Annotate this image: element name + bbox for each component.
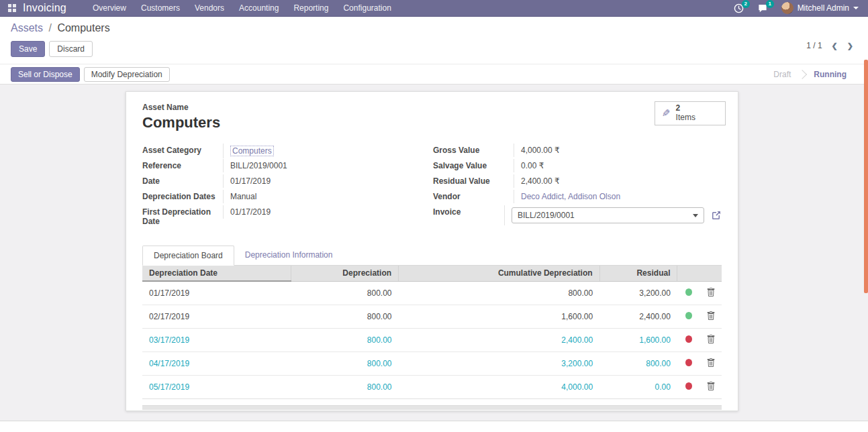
posted-status-dot[interactable]: [685, 288, 692, 296]
breadcrumb: Assets / Computers: [11, 22, 857, 34]
table-footer-bar: [142, 405, 722, 410]
select-caret-icon: [693, 214, 698, 217]
salvage-value-label: Salvage Value: [433, 159, 514, 172]
invoice-select[interactable]: BILL/2019/0001: [512, 207, 704, 223]
col-header-depreciation[interactable]: Depreciation: [291, 266, 399, 281]
external-link-icon[interactable]: [711, 210, 722, 221]
left-field-group: Asset Category Computers Reference BILL/…: [142, 144, 393, 228]
table-row[interactable]: 03/17/2019 800.00 2,400.00 1,600.00: [142, 328, 722, 352]
gross-value-field[interactable]: 4,000.00 ₹: [514, 144, 722, 157]
app-brand[interactable]: Invoicing: [23, 2, 66, 14]
messages-badge: 1: [766, 0, 774, 8]
trash-icon[interactable]: [707, 311, 715, 320]
status-steps: Draft Running: [764, 64, 868, 84]
vendor-label: Vendor: [433, 190, 514, 203]
items-stat-button[interactable]: ✎ 2 Items: [655, 101, 726, 125]
user-name: Mitchell Admin: [798, 3, 849, 13]
invoice-label: Invoice: [433, 205, 504, 219]
salvage-value-field[interactable]: 0.00 ₹: [514, 159, 722, 172]
date-label: Date: [142, 174, 223, 188]
tab-depreciation-board[interactable]: Depreciation Board: [142, 246, 234, 266]
asset-category-label: Asset Category: [142, 144, 223, 157]
col-header-depreciation-date[interactable]: Depreciation Date: [142, 266, 291, 281]
depreciation-dates-label: Depreciation Dates: [142, 190, 223, 203]
pager-previous-icon[interactable]: ❮: [832, 42, 838, 50]
nav-menus: Overview Customers Vendors Accounting Re…: [85, 0, 399, 16]
nav-item-accounting[interactable]: Accounting: [232, 0, 286, 16]
nav-item-customers[interactable]: Customers: [134, 0, 187, 16]
scrollbar-thumb[interactable]: [864, 60, 868, 293]
date-field[interactable]: 01/17/2019: [223, 174, 393, 188]
pager: 1 / 1 ❮ ❯: [806, 41, 853, 50]
save-button[interactable]: Save: [11, 41, 45, 57]
vendor-field[interactable]: Deco Addict, Addison Olson: [521, 192, 620, 201]
sell-or-dispose-button[interactable]: Sell or Dispose: [11, 67, 80, 82]
status-running[interactable]: Running: [804, 64, 856, 84]
reference-field[interactable]: BILL/2019/0001: [223, 159, 393, 172]
pager-next-icon[interactable]: ❯: [847, 42, 853, 50]
tab-depreciation-information[interactable]: Depreciation Information: [234, 246, 344, 265]
top-navbar: Invoicing Overview Customers Vendors Acc…: [0, 0, 868, 17]
activity-menu[interactable]: 2: [734, 3, 744, 13]
table-row[interactable]: 01/17/2019 800.00 800.00 3,200.00: [142, 281, 722, 305]
user-menu[interactable]: Mitchell Admin: [781, 2, 859, 14]
avatar: [781, 2, 793, 14]
first-depreciation-date-label: First Depreciation Date: [142, 205, 223, 228]
nav-item-vendors[interactable]: Vendors: [187, 0, 232, 16]
residual-value-field[interactable]: 2,400.00 ₹: [514, 174, 722, 188]
depreciation-board-table: Depreciation Date Depreciation Cumulativ…: [142, 266, 722, 398]
reference-label: Reference: [142, 159, 223, 172]
items-label: Items: [676, 113, 695, 122]
apps-menu-icon[interactable]: [8, 4, 16, 12]
breadcrumb-current: Computers: [57, 22, 109, 34]
notebook-tabs: Depreciation Board Depreciation Informat…: [142, 246, 722, 266]
trash-icon[interactable]: [707, 382, 715, 390]
trash-icon[interactable]: [707, 335, 715, 343]
items-count: 2: [676, 103, 681, 113]
control-panel: Assets / Computers Save Discard 1 / 1 ❮ …: [0, 17, 868, 64]
first-depreciation-date-field[interactable]: 01/17/2019: [223, 205, 393, 219]
asset-name-title[interactable]: Computers: [142, 114, 722, 131]
nav-item-overview[interactable]: Overview: [85, 0, 134, 16]
table-row[interactable]: 04/17/2019 800.00 3,200.00 800.00: [142, 352, 722, 375]
col-header-cumulative-depreciation[interactable]: Cumulative Depreciation: [399, 266, 600, 281]
gross-value-label: Gross Value: [433, 144, 514, 157]
form-view-content: Asset Name Computers ✎ 2 Items Asset Cat…: [0, 85, 868, 421]
modify-depreciation-button[interactable]: Modify Depreciation: [84, 67, 170, 82]
planned-status-dot[interactable]: [685, 382, 692, 390]
depreciation-dates-field[interactable]: Manual: [223, 190, 393, 203]
right-field-group: Gross Value 4,000.00 ₹ Salvage Value 0.0…: [433, 144, 722, 228]
asset-name-label: Asset Name: [142, 103, 722, 112]
bottom-divider: [0, 421, 868, 432]
planned-status-dot[interactable]: [685, 359, 692, 366]
discard-button[interactable]: Discard: [49, 41, 93, 57]
col-header-residual[interactable]: Residual: [599, 266, 677, 281]
planned-status-dot[interactable]: [685, 335, 692, 343]
nav-item-configuration[interactable]: Configuration: [336, 0, 398, 16]
breadcrumb-separator: /: [48, 22, 51, 34]
chevron-down-icon: [853, 7, 859, 9]
pager-value: 1 / 1: [806, 41, 822, 50]
status-draft[interactable]: Draft: [764, 64, 800, 84]
nav-item-reporting[interactable]: Reporting: [286, 0, 336, 16]
residual-value-label: Residual Value: [433, 174, 514, 188]
table-row[interactable]: 02/17/2019 800.00 1,600.00 2,400.00: [142, 305, 722, 328]
activity-badge: 2: [742, 0, 750, 8]
pencil-icon: ✎: [662, 107, 671, 119]
invoice-value: BILL/2019/0001: [518, 211, 575, 220]
form-statusbar: Sell or Dispose Modify Depreciation Draf…: [0, 64, 868, 85]
table-row[interactable]: 05/17/2019 800.00 4,000.00 0.00: [142, 375, 722, 398]
asset-category-field[interactable]: Computers: [230, 146, 274, 156]
posted-status-dot[interactable]: [685, 312, 692, 319]
breadcrumb-assets[interactable]: Assets: [11, 22, 43, 34]
trash-icon[interactable]: [707, 358, 715, 367]
trash-icon[interactable]: [707, 288, 715, 296]
messages-menu[interactable]: 1: [757, 3, 768, 13]
asset-form-sheet: Asset Name Computers ✎ 2 Items Asset Cat…: [126, 91, 738, 411]
